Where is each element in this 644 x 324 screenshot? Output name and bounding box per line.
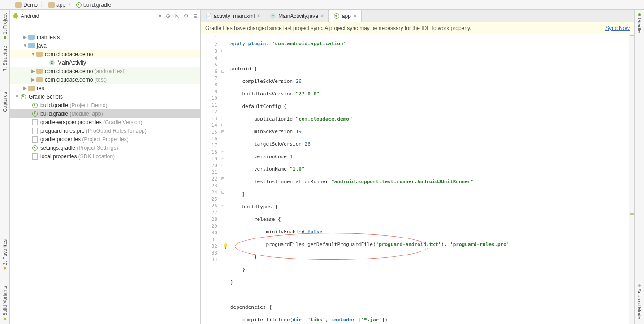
panel-header: Android ▾ ⊙ ⇱ ⚙ ⊟ <box>10 10 200 22</box>
tab-build-variants[interactable]: Build Variants <box>2 282 8 324</box>
tab-favorites[interactable]: 2: Favorites <box>2 236 8 273</box>
crumb-demo[interactable]: Demo <box>13 2 40 8</box>
tab-activity-main[interactable]: 📄activity_main.xml✕ <box>201 10 265 22</box>
tab-main-activity[interactable]: CMainActivity.java✕ <box>265 10 328 22</box>
tree-build-gradle-project[interactable]: build.gradle (Project: Demo) <box>10 101 200 109</box>
tab-captures[interactable]: Captures <box>2 88 8 116</box>
tree-pkg-android-test[interactable]: ▶com.cloudace.demo (androidTest) <box>10 67 200 75</box>
tab-project[interactable]: 1: Project <box>2 10 8 42</box>
hide-icon[interactable]: ⊟ <box>193 13 198 19</box>
view-selector[interactable]: Android <box>21 13 159 19</box>
fold-gutter[interactable]: ⊟⊟⊦⊟⊟⊦⊦⊦⊟⊟⊦⊦💡 <box>221 34 230 324</box>
tree-proguard[interactable]: proguard-rules.pro (ProGuard Rules for a… <box>10 126 200 135</box>
gear-icon[interactable]: ⚙ <box>184 13 189 19</box>
tab-app-gradle[interactable]: app✕ <box>329 10 362 22</box>
tab-structure[interactable]: 7: Structure <box>2 42 8 75</box>
marker-bar[interactable] <box>629 34 634 324</box>
editor-area: 📄activity_main.xml✕ CMainActivity.java✕ … <box>201 10 634 324</box>
code-body[interactable]: apply plugin: 'com.android.application' … <box>230 34 629 324</box>
android-icon <box>13 13 19 19</box>
locate-icon[interactable]: ⇱ <box>175 13 179 19</box>
tree-app[interactable]: ▼app <box>10 24 200 33</box>
tab-gradle[interactable]: Gradle <box>637 10 642 36</box>
project-tree[interactable]: ▼app ▶manifests ▼java ▼com.cloudace.demo… <box>10 22 200 324</box>
code-editor[interactable]: 1234567891011121314151617181920212223242… <box>201 34 634 324</box>
java-icon: C <box>270 13 276 19</box>
sync-now-link[interactable]: Sync Now <box>605 25 630 31</box>
gradle-icon <box>333 13 340 19</box>
tree-pkg-test[interactable]: ▶com.cloudace.demo (test) <box>10 75 200 84</box>
project-panel: Android ▾ ⊙ ⇱ ⚙ ⊟ ▼app ▶manifests ▼java … <box>10 10 201 324</box>
left-tool-tabs: 1: Project 7: Structure Captures 2: Favo… <box>0 10 10 324</box>
close-icon[interactable]: ✕ <box>257 13 260 18</box>
tree-manifests[interactable]: ▶manifests <box>10 33 200 41</box>
line-gutter: 1234567891011121314151617181920212223242… <box>201 34 221 324</box>
tree-java[interactable]: ▼java <box>10 41 200 50</box>
sync-message: Gradle files have changed since last pro… <box>205 25 605 31</box>
tree-build-gradle-module[interactable]: build.gradle (Module: app) <box>10 109 200 118</box>
tree-gradle-scripts[interactable]: ▼Gradle Scripts <box>10 92 200 101</box>
crumb-app[interactable]: app <box>46 2 68 8</box>
editor-tab-bar: 📄activity_main.xml✕ CMainActivity.java✕ … <box>201 10 634 22</box>
tree-gradle-properties[interactable]: gradle.properties (Project Properties) <box>10 135 200 143</box>
close-icon[interactable]: ✕ <box>320 13 324 18</box>
right-tool-tabs: Gradle Android Model <box>634 10 644 324</box>
tree-res[interactable]: ▶res <box>10 84 200 92</box>
collapse-icon[interactable]: ⊙ <box>166 13 170 19</box>
tab-android-model[interactable]: Android Model <box>637 281 642 324</box>
close-icon[interactable]: ✕ <box>353 13 357 18</box>
tree-settings-gradle[interactable]: settings.gradle (Project Settings) <box>10 143 200 152</box>
tree-local-properties[interactable]: local.properties (SDK Location) <box>10 152 200 160</box>
tree-pkg-main[interactable]: ▼com.cloudace.demo <box>10 50 200 58</box>
sync-banner: Gradle files have changed since last pro… <box>201 22 634 34</box>
tree-gradle-wrapper[interactable]: gradle-wrapper.properties (Gradle Versio… <box>10 118 200 126</box>
crumb-build-gradle[interactable]: build.gradle <box>73 2 114 8</box>
breadcrumb: Demo 〉 app 〉 build.gradle <box>0 0 644 10</box>
xml-icon: 📄 <box>205 13 212 19</box>
tree-main-activity[interactable]: CMainActivity <box>10 58 200 67</box>
